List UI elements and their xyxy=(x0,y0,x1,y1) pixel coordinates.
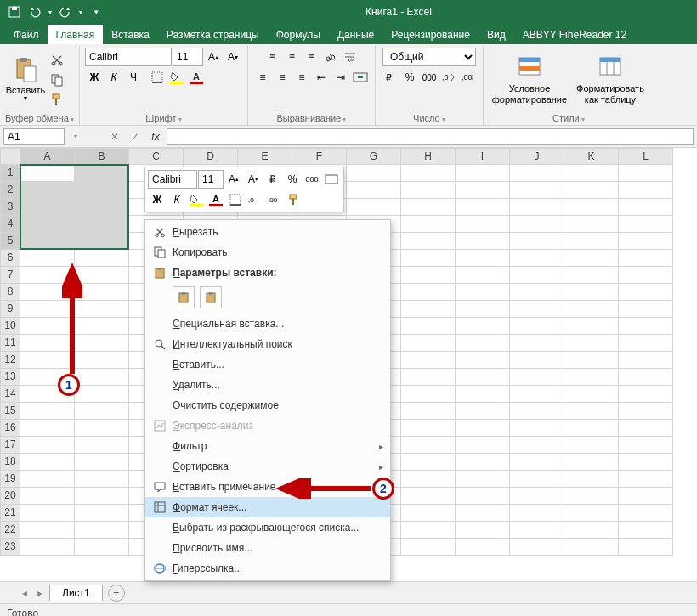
cell[interactable] xyxy=(619,437,673,454)
underline-button[interactable]: Ч xyxy=(124,68,143,87)
tab-файл[interactable]: Файл xyxy=(5,25,48,44)
cell[interactable] xyxy=(20,437,75,454)
cell[interactable] xyxy=(510,267,564,284)
cell[interactable] xyxy=(619,284,673,301)
italic-button[interactable]: К xyxy=(105,68,123,87)
cell[interactable] xyxy=(20,522,75,539)
cell[interactable] xyxy=(456,335,510,352)
cell[interactable] xyxy=(619,352,673,369)
cell[interactable] xyxy=(510,505,564,522)
cell[interactable] xyxy=(510,250,564,267)
cell[interactable] xyxy=(510,199,564,216)
tab-вставка[interactable]: Вставка xyxy=(103,25,158,44)
cell[interactable] xyxy=(619,522,673,539)
tab-вид[interactable]: Вид xyxy=(479,25,514,44)
cell[interactable] xyxy=(75,335,129,352)
orientation-icon[interactable]: ab xyxy=(321,48,340,66)
name-box[interactable] xyxy=(3,128,65,145)
cell[interactable] xyxy=(456,199,510,216)
cell[interactable] xyxy=(510,420,564,437)
column-header[interactable]: B xyxy=(75,148,129,165)
increase-decimal-icon[interactable]: ,0 xyxy=(439,68,458,87)
add-sheet-button[interactable]: + xyxy=(108,585,125,602)
column-header[interactable]: A xyxy=(20,148,75,165)
cell[interactable] xyxy=(456,539,510,556)
cell[interactable] xyxy=(75,505,129,522)
cell[interactable] xyxy=(401,250,456,267)
cell[interactable] xyxy=(619,233,673,250)
cell[interactable] xyxy=(510,182,564,199)
cell[interactable] xyxy=(456,522,510,539)
cell[interactable] xyxy=(510,454,564,471)
comma-icon[interactable]: 000 xyxy=(420,68,439,87)
cell[interactable] xyxy=(75,199,129,216)
currency-icon[interactable]: ₽ xyxy=(381,68,400,87)
cell[interactable] xyxy=(564,182,619,199)
cell[interactable] xyxy=(456,437,510,454)
cell[interactable] xyxy=(401,284,456,301)
cell[interactable] xyxy=(401,199,456,216)
column-header[interactable]: G xyxy=(347,148,401,165)
cell[interactable] xyxy=(401,471,456,488)
redo-icon[interactable] xyxy=(56,3,75,21)
cell[interactable] xyxy=(456,403,510,420)
cell[interactable] xyxy=(20,403,75,420)
mini-format-painter-icon[interactable] xyxy=(285,190,303,209)
align-center-icon[interactable]: ≡ xyxy=(273,68,292,87)
menu-filter[interactable]: Фильтр▸ xyxy=(145,436,390,456)
cell[interactable] xyxy=(564,301,619,318)
mini-increase-font-icon[interactable]: A▴ xyxy=(224,170,243,189)
sheet-nav-prev-icon[interactable]: ◂ xyxy=(17,587,32,599)
column-header[interactable]: L xyxy=(619,148,673,165)
cell[interactable] xyxy=(75,250,129,267)
cell[interactable] xyxy=(510,284,564,301)
align-top-icon[interactable]: ≡ xyxy=(263,48,281,66)
menu-insert[interactable]: Вставить... xyxy=(145,354,390,375)
column-header[interactable]: D xyxy=(184,148,238,165)
cell[interactable] xyxy=(456,318,510,335)
tab-главная[interactable]: Главная xyxy=(48,25,104,44)
mini-border-icon[interactable] xyxy=(226,190,245,209)
decrease-indent-icon[interactable]: ⇤ xyxy=(312,68,331,87)
cell[interactable] xyxy=(75,369,129,386)
undo-dropdown-icon[interactable]: ▾ xyxy=(46,3,54,21)
cell[interactable] xyxy=(564,267,619,284)
cell[interactable] xyxy=(564,284,619,301)
paste-values-button[interactable] xyxy=(200,286,222,308)
cell[interactable] xyxy=(510,352,564,369)
cell[interactable] xyxy=(75,386,129,403)
cell[interactable] xyxy=(510,437,564,454)
font-size-input[interactable] xyxy=(173,48,203,66)
cell[interactable] xyxy=(619,335,673,352)
redo-dropdown-icon[interactable]: ▾ xyxy=(76,3,85,21)
paste-button[interactable]: Вставить ▾ xyxy=(5,52,46,108)
border-icon[interactable] xyxy=(148,68,167,87)
cell[interactable] xyxy=(75,301,129,318)
cell[interactable] xyxy=(564,488,619,505)
mini-italic-button[interactable]: К xyxy=(167,190,186,209)
cell[interactable] xyxy=(564,471,619,488)
row-header[interactable]: 9 xyxy=(0,301,20,318)
wrap-text-icon[interactable] xyxy=(341,48,360,66)
undo-icon[interactable] xyxy=(26,3,44,21)
cell[interactable] xyxy=(401,318,456,335)
cell[interactable] xyxy=(564,335,619,352)
cell[interactable] xyxy=(564,352,619,369)
cell[interactable] xyxy=(75,318,129,335)
cell[interactable] xyxy=(456,165,510,182)
cell[interactable] xyxy=(75,233,129,250)
tab-данные[interactable]: Данные xyxy=(329,25,382,44)
cell[interactable] xyxy=(401,539,456,556)
cell[interactable] xyxy=(456,216,510,233)
conditional-formatting-button[interactable]: Условное форматирование xyxy=(489,52,570,108)
cell[interactable] xyxy=(456,369,510,386)
cell[interactable] xyxy=(510,318,564,335)
format-as-table-button[interactable]: Форматировать как таблицу xyxy=(572,52,649,108)
menu-cut[interactable]: Вырезать xyxy=(145,222,390,242)
row-header[interactable]: 18 xyxy=(0,454,20,471)
cell[interactable] xyxy=(564,386,619,403)
sheet-tab[interactable]: Лист1 xyxy=(49,585,103,601)
mini-decrease-font-icon[interactable]: A▾ xyxy=(244,170,263,189)
cell[interactable] xyxy=(401,488,456,505)
cell[interactable] xyxy=(510,369,564,386)
